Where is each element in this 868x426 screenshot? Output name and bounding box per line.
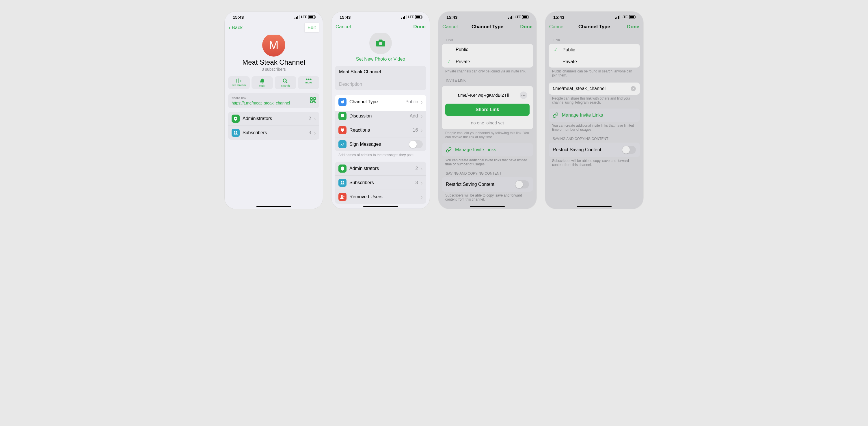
status-time: 15:43: [233, 15, 244, 20]
administrators-row[interactable]: Administrators 2 ›: [228, 112, 319, 126]
private-option[interactable]: Private: [549, 56, 640, 68]
svg-rect-23: [416, 16, 420, 18]
channel-avatar[interactable]: M: [262, 35, 285, 57]
sign-messages-toggle[interactable]: [409, 140, 423, 149]
sign-messages-row[interactable]: Sign Messages: [335, 137, 426, 151]
share-link-button[interactable]: Share Link: [445, 104, 530, 116]
home-indicator: [577, 206, 612, 207]
edit-button[interactable]: Edit: [305, 23, 319, 32]
clear-url-button[interactable]: ✕: [631, 86, 636, 91]
status-time: 15:43: [340, 15, 350, 20]
chevron-right-icon: ›: [421, 180, 423, 186]
done-button[interactable]: Done: [627, 24, 640, 30]
set-photo-button[interactable]: Set New Photo or Video: [332, 57, 430, 62]
link-icon: [553, 112, 558, 118]
home-indicator: [256, 206, 291, 207]
livestream-icon: [236, 78, 242, 83]
users-group: Administrators 2 › Subscribers 3 › Remov…: [335, 162, 426, 204]
people-icon: [338, 179, 346, 187]
delete-channel-button[interactable]: Delete Channel: [335, 208, 426, 209]
more-button[interactable]: more: [298, 76, 320, 89]
nav-bar: Cancel Channel Type Done: [545, 21, 643, 33]
svg-rect-32: [513, 15, 514, 19]
search-label: search: [281, 84, 290, 88]
channel-type-row[interactable]: Channel Type Public ›: [335, 95, 426, 109]
cancel-button[interactable]: Cancel: [549, 24, 564, 30]
restrict-saving-toggle[interactable]: [515, 181, 529, 189]
discussion-label: Discussion: [349, 113, 407, 119]
public-label: Public: [562, 47, 575, 53]
restrict-saving-row[interactable]: Restrict Saving Content: [549, 142, 640, 157]
subscribers-row[interactable]: Subscribers 3 ›: [335, 176, 426, 190]
invite-link-field[interactable]: t.me/+Ke4wqRgKMdBiZTli •••: [445, 90, 530, 101]
reactions-value: 16: [413, 128, 418, 133]
svg-rect-36: [615, 18, 616, 19]
private-option[interactable]: ✓ Private: [442, 56, 533, 68]
subscribers-label: Subscribers: [243, 130, 306, 135]
svg-rect-6: [315, 17, 316, 18]
done-button[interactable]: Done: [520, 24, 533, 30]
search-icon: [283, 78, 288, 84]
manage-invite-links-row[interactable]: Manage Invite Links: [442, 143, 533, 157]
restrict-saving-row[interactable]: Restrict Saving Content: [442, 177, 533, 192]
nav-bar: Cancel Channel Type Done: [438, 21, 536, 33]
livestream-button[interactable]: live stream: [228, 76, 250, 89]
public-option[interactable]: Public: [442, 44, 533, 56]
screen-channel-info: 15:43 LTE ‹ Back Edit M Meat Steak Chann…: [225, 11, 323, 209]
name-description-group: Meat Steak Channel Description: [335, 66, 426, 90]
restrict-saving-toggle[interactable]: [622, 146, 636, 154]
administrators-row[interactable]: Administrators 2 ›: [335, 162, 426, 176]
cancel-button[interactable]: Cancel: [442, 24, 458, 30]
description-field[interactable]: Description: [335, 78, 426, 90]
svg-rect-30: [510, 17, 510, 19]
chevron-right-icon: ›: [421, 166, 423, 171]
check-icon: ✓: [446, 59, 452, 64]
status-time: 15:43: [446, 15, 457, 20]
done-button[interactable]: Done: [413, 24, 426, 30]
photo-placeholder[interactable]: [369, 33, 392, 54]
members-group: Administrators 2 › Subscribers 3 ›: [228, 112, 319, 140]
public-option[interactable]: ✓ Public: [549, 44, 640, 56]
svg-rect-39: [619, 15, 620, 19]
people-icon: [231, 129, 240, 137]
subscribers-row[interactable]: Subscribers 3 ›: [228, 126, 319, 140]
svg-point-26: [341, 181, 342, 183]
link-options-button[interactable]: •••: [520, 92, 527, 99]
search-button[interactable]: search: [275, 76, 296, 89]
status-indicators: LTE: [615, 15, 637, 19]
delete-group: Delete Channel: [335, 208, 426, 209]
svg-rect-2: [298, 16, 298, 19]
manage-invite-links-row[interactable]: Manage Invite Links: [549, 108, 640, 122]
screen-channel-type-public: 15:43 LTE Cancel Channel Type Done LINK …: [545, 11, 643, 209]
mute-button[interactable]: mute: [251, 76, 273, 89]
svg-rect-3: [299, 15, 300, 19]
sign-messages-note: Add names of admins to the messages they…: [338, 153, 423, 157]
administrators-count: 2: [415, 166, 418, 171]
status-bar: 15:43 LTE: [332, 11, 430, 21]
manage-note: You can create additional invite links t…: [552, 124, 637, 132]
removed-users-row[interactable]: Removed Users ›: [335, 190, 426, 204]
removed-users-label: Removed Users: [349, 194, 418, 199]
cancel-button[interactable]: Cancel: [336, 24, 351, 30]
restrict-note: Subscribers will be able to copy, save a…: [445, 193, 530, 201]
invite-link-text: t.me/+Ke4wqRgKMdBiZTli: [458, 93, 509, 98]
battery-icon: [522, 15, 530, 19]
share-link-card[interactable]: share link https://t.me/meat_steak_chann…: [228, 93, 319, 108]
svg-rect-42: [636, 17, 636, 18]
back-button[interactable]: ‹ Back: [229, 25, 243, 31]
chevron-right-icon: ›: [314, 116, 316, 122]
discussion-row[interactable]: Discussion Add ›: [335, 109, 426, 123]
svg-point-27: [343, 181, 344, 183]
name-field[interactable]: Meat Steak Channel: [335, 66, 426, 78]
mute-label: mute: [259, 84, 266, 88]
link-type-group: Public ✓ Private: [442, 44, 533, 68]
svg-rect-15: [315, 102, 316, 103]
no-one-joined-label: no one joined yet: [445, 119, 530, 126]
public-url-field[interactable]: t.me/meat_steak_channel ✕: [549, 83, 640, 95]
svg-point-28: [341, 195, 343, 197]
reactions-row[interactable]: Reactions 16 ›: [335, 123, 426, 137]
chevron-right-icon: ›: [421, 99, 423, 105]
livestream-label: live stream: [232, 84, 246, 87]
svg-rect-18: [401, 18, 402, 19]
qr-icon[interactable]: [310, 97, 316, 103]
